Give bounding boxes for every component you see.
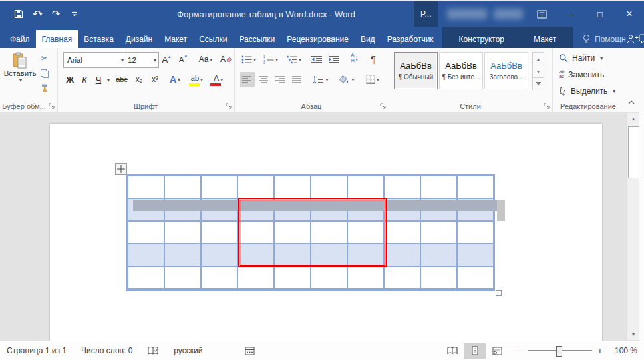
proofing-status[interactable] xyxy=(147,346,159,356)
table-cell[interactable] xyxy=(385,222,421,243)
maximize-button[interactable]: □ xyxy=(585,1,615,27)
show-marks-button[interactable]: ¶ xyxy=(366,52,381,67)
increase-indent-button[interactable] xyxy=(326,52,342,67)
change-case-button[interactable]: Aa ▾ xyxy=(194,52,217,67)
document-page[interactable] xyxy=(50,124,602,341)
find-dropdown-icon[interactable]: ▾ xyxy=(600,55,603,61)
customize-qat-button[interactable] xyxy=(67,6,82,22)
table-cell[interactable] xyxy=(165,267,202,288)
collapse-ribbon-button[interactable] xyxy=(624,97,639,108)
paragraph-dialog-launcher[interactable] xyxy=(380,103,387,110)
word-count[interactable]: Число слов: 0 xyxy=(81,346,132,355)
table-cell[interactable] xyxy=(458,176,493,198)
shading-dropdown-icon[interactable]: ▾ xyxy=(351,77,354,83)
justify-button[interactable] xyxy=(289,72,305,87)
font-color-button[interactable]: А ▾ xyxy=(209,72,228,87)
table-cell[interactable] xyxy=(202,222,238,243)
tell-me-box[interactable]: Помощн xyxy=(582,30,626,48)
superscript-button[interactable]: x² xyxy=(148,72,162,87)
close-button[interactable]: × xyxy=(615,1,644,27)
tab-layout[interactable]: Макет xyxy=(158,30,193,48)
underline-button[interactable]: Ч xyxy=(92,72,104,87)
zoom-out-button[interactable]: − xyxy=(518,345,523,356)
bold-button[interactable]: Ж xyxy=(63,72,77,87)
align-center-button[interactable] xyxy=(256,72,271,87)
table-cell[interactable] xyxy=(202,176,238,198)
macro-record-button[interactable] xyxy=(245,347,255,355)
share-button[interactable] xyxy=(626,30,639,48)
shrink-font-button[interactable]: А ▾ xyxy=(175,52,191,67)
redo-button[interactable]: ↷ xyxy=(48,6,64,22)
scroll-up-button[interactable]: ▴ xyxy=(627,113,640,124)
styles-more-button[interactable]: ▾ xyxy=(532,78,544,90)
paste-dropdown-icon[interactable]: ▾ xyxy=(19,77,22,83)
strikethrough-button[interactable]: abc xyxy=(113,72,130,87)
tab-view[interactable]: Вид xyxy=(355,30,381,48)
table-cell[interactable] xyxy=(458,267,493,288)
font-name-combo[interactable]: Arial ▾ xyxy=(63,52,126,68)
document-area[interactable]: ▴ ▾ xyxy=(0,112,644,341)
underline-dropdown-icon[interactable]: ▾ xyxy=(107,77,110,83)
tab-home[interactable]: Главная xyxy=(36,30,79,48)
table-cell[interactable] xyxy=(421,244,458,266)
subscript-button[interactable]: x₂ xyxy=(132,72,146,87)
font-dialog-launcher[interactable] xyxy=(226,103,232,110)
table-cell[interactable] xyxy=(128,244,165,266)
style-card-heading1[interactable]: АаБбВв Заголово... xyxy=(484,52,528,89)
numbering-dropdown-icon[interactable]: ▾ xyxy=(275,57,278,63)
web-layout-button[interactable] xyxy=(487,343,508,359)
read-mode-button[interactable] xyxy=(442,343,463,359)
table-cell[interactable] xyxy=(421,176,458,198)
align-right-button[interactable] xyxy=(273,72,288,87)
ribbon-display-options-button[interactable] xyxy=(527,1,556,27)
style-card-normal[interactable]: АаБбВв ¶ Обычный xyxy=(394,52,438,89)
styles-dialog-launcher[interactable] xyxy=(544,103,550,110)
undo-button[interactable]: ↶ ▾ xyxy=(29,6,45,22)
tab-table-design[interactable]: Конструктор xyxy=(453,30,510,48)
change-case-dropdown-icon[interactable]: ▾ xyxy=(210,57,212,63)
highlight-dropdown-icon[interactable]: ▾ xyxy=(200,77,203,83)
borders-dropdown-icon[interactable]: ▾ xyxy=(377,77,379,83)
zoom-slider[interactable] xyxy=(528,350,592,351)
table-cell[interactable] xyxy=(421,267,458,288)
word-table[interactable] xyxy=(126,174,495,291)
style-card-no-spacing[interactable]: АаБбВв ¶ Без инте... xyxy=(439,52,483,89)
table-cell[interactable] xyxy=(311,176,348,198)
copy-button[interactable] xyxy=(36,67,53,79)
styles-scroll-up-button[interactable]: ▴ xyxy=(532,52,544,65)
table-cell[interactable] xyxy=(165,222,202,243)
table-cell[interactable] xyxy=(275,176,311,198)
multilevel-dropdown-icon[interactable]: ▾ xyxy=(299,57,301,63)
text-effects-button[interactable]: А ▾ xyxy=(166,72,184,87)
page-indicator[interactable]: Страница 1 из 1 xyxy=(7,346,67,355)
styles-scroll-down-button[interactable]: ▾ xyxy=(532,65,544,78)
select-dropdown-icon[interactable]: ▾ xyxy=(613,89,615,94)
highlight-button[interactable]: ab ▾ xyxy=(188,72,206,87)
undo-dropdown[interactable]: ▾ xyxy=(39,11,42,17)
sort-button[interactable]: А Я ↓ xyxy=(346,51,363,65)
table-cell[interactable] xyxy=(421,222,458,243)
table-cell[interactable] xyxy=(348,176,385,198)
tab-review[interactable]: Рецензирование xyxy=(281,30,355,48)
language-indicator[interactable]: русский xyxy=(174,346,202,355)
table-cell[interactable] xyxy=(311,267,348,288)
align-left-button[interactable] xyxy=(240,72,255,87)
tab-table-layout[interactable]: Макет xyxy=(528,30,562,48)
bullets-button[interactable]: ▾ xyxy=(240,52,258,67)
text-effects-dropdown-icon[interactable]: ▾ xyxy=(178,77,180,83)
table-cell[interactable] xyxy=(458,244,493,266)
zoom-level[interactable]: 100 % xyxy=(608,346,637,355)
table-cell[interactable] xyxy=(128,222,165,243)
table-resize-handle[interactable] xyxy=(496,290,502,296)
select-button[interactable]: Выделить ▾ xyxy=(559,85,615,98)
multilevel-list-button[interactable]: ▾ xyxy=(283,52,305,67)
table-cell[interactable] xyxy=(128,176,165,198)
vertical-scrollbar[interactable]: ▴ ▾ xyxy=(626,113,640,340)
decrease-indent-button[interactable] xyxy=(309,52,325,67)
table-move-handle[interactable] xyxy=(115,163,127,175)
numbering-button[interactable]: 1 2 3 ▾ xyxy=(261,52,281,67)
replace-button[interactable]: abac Заменить xyxy=(559,68,604,81)
table-cell[interactable] xyxy=(165,176,202,198)
tab-file[interactable]: Файл xyxy=(4,30,36,48)
zoom-in-button[interactable]: + xyxy=(597,345,603,356)
